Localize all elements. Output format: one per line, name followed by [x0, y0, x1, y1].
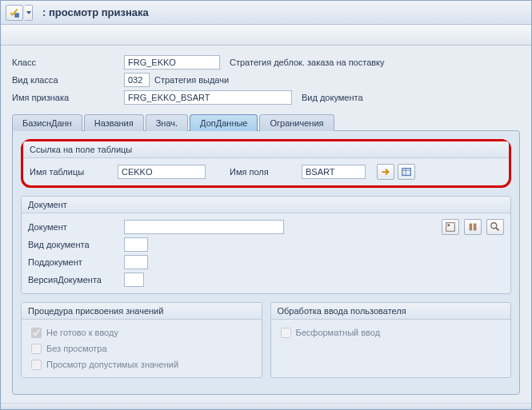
proc-groupbox: Процедура присвоения значений Не готово … [21, 302, 262, 378]
classtype-label: Вид класса [12, 75, 124, 85]
window-title: : просмотр признака [42, 6, 149, 18]
proc-title: Процедура присвоения значений [22, 303, 262, 320]
classtype-input[interactable] [124, 73, 150, 87]
char-input[interactable] [124, 90, 292, 105]
classtype-desc: Стратегия выдачи [154, 75, 229, 85]
svg-rect-5 [448, 225, 450, 227]
tab-values[interactable]: Знач. [146, 114, 188, 131]
tab-addnl-data[interactable]: ДопДанные [190, 114, 258, 131]
ref-groupbox: Ссылка на поле таблицы Имя таблицы Имя п… [21, 139, 511, 188]
class-desc: Стратегия деблок. заказа на поставку [230, 58, 385, 67]
proc-chk3: Просмотр допустимых значений [28, 356, 255, 372]
table-label: Имя таблицы [30, 167, 118, 177]
char-desc: Вид документа [302, 93, 363, 102]
header-form: Класс Стратегия деблок. заказа на постав… [1, 46, 531, 111]
doctype-label: Вид документа [28, 240, 124, 249]
doc-btn1[interactable] [442, 219, 459, 235]
userentry-title: Обработка ввода пользователя [271, 303, 511, 320]
docpart-label: Поддокумент [28, 257, 124, 267]
doc-groupbox: Документ Документ Вид документа [21, 196, 511, 294]
proc-chk1: Не готово к вводу [28, 324, 255, 340]
doc-label: Документ [28, 222, 124, 232]
ref-title: Ссылка на поле таблицы [23, 141, 509, 158]
proc-chk2: Без просмотра [28, 340, 255, 356]
userentry-groupbox: Обработка ввода пользователя Бесформатны… [270, 302, 512, 378]
tab-descriptions[interactable]: Названия [84, 114, 144, 131]
tab-restrictions[interactable]: Ограничения [259, 114, 334, 131]
svg-line-9 [496, 228, 499, 231]
doc-btn3[interactable] [486, 219, 504, 235]
detail-button[interactable] [398, 164, 415, 180]
docver-label: ВерсияДокумента [28, 275, 124, 285]
application-toolbar [1, 25, 531, 46]
chk-no-display [31, 344, 42, 354]
doc-input[interactable] [124, 220, 284, 234]
svg-point-8 [491, 223, 497, 229]
forward-button[interactable] [377, 164, 394, 180]
chk-not-ready [31, 328, 42, 338]
doctype-input[interactable] [124, 237, 148, 252]
check-dropdown[interactable] [25, 5, 33, 21]
svg-rect-7 [474, 224, 477, 231]
statusbar [1, 403, 531, 409]
svg-rect-6 [470, 224, 473, 231]
field-input[interactable] [302, 165, 366, 179]
svg-rect-4 [446, 223, 455, 232]
table-input[interactable] [118, 165, 206, 179]
class-input[interactable] [124, 55, 220, 70]
doc-btn2[interactable] [464, 219, 482, 235]
tab-basic-data[interactable]: БазиснДанн [12, 114, 82, 131]
chk-display-allowed [31, 360, 42, 370]
docpart-input[interactable] [124, 255, 148, 269]
userentry-chk1: Бесформатный ввод [278, 324, 505, 340]
svg-rect-0 [15, 13, 18, 16]
class-label: Класс [12, 58, 124, 67]
svg-rect-1 [402, 169, 411, 176]
chk-unformatted [281, 328, 291, 338]
docver-input[interactable] [124, 273, 144, 287]
char-label: Имя признака [12, 93, 124, 102]
field-label: Имя поля [230, 167, 302, 177]
sap-window: : просмотр признака Класс Стратегия дебл… [0, 0, 532, 410]
tab-body: Ссылка на поле таблицы Имя таблицы Имя п… [12, 130, 520, 395]
tabstrip: БазиснДанн Названия Знач. ДопДанные Огра… [12, 111, 520, 130]
doc-title: Документ [22, 197, 510, 213]
check-button[interactable] [6, 5, 23, 21]
titlebar: : просмотр признака [1, 1, 531, 25]
